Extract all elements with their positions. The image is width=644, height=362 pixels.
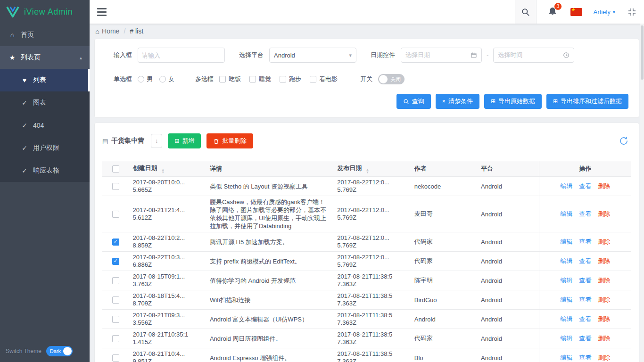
sidebar-item-responsive-table[interactable]: ✓ 响应表格 [0,159,90,182]
breadcrumb-home[interactable]: ⌂ Home [95,27,119,35]
refresh-button[interactable] [619,136,628,146]
radio-male[interactable]: 男 [138,75,153,83]
select-all-checkbox[interactable] [112,165,119,173]
delete-link[interactable]: 删除 [598,296,610,303]
view-link[interactable]: 查看 [579,354,591,361]
checkbox-run[interactable]: 跑步 [280,75,301,83]
cell-created: 2017-08-21T09:3... 3.556Z [129,310,206,329]
fullscreen-button[interactable] [627,8,636,16]
platform-select[interactable]: Android ▾ [269,48,356,63]
add-button[interactable]: ⊞ 新增 [168,133,201,148]
row-checkbox[interactable] [112,296,119,304]
view-link[interactable]: 查看 [579,296,591,303]
notifications-button[interactable]: 3 [548,7,557,17]
row-checkbox[interactable] [112,258,119,265]
edit-link[interactable]: 编辑 [560,210,572,217]
delete-link[interactable]: 删除 [598,315,610,322]
row-checkbox[interactable] [112,183,119,190]
checkbox-square [249,76,256,82]
delete-link[interactable]: 删除 [598,335,610,342]
edit-link[interactable]: 编辑 [560,182,572,189]
checkbox-eat[interactable]: 吃饭 [219,75,241,83]
switch-label: 开关 [360,75,372,83]
delete-link[interactable]: 删除 [598,238,610,245]
table-row: 2017-08-22T10:3... 6.886Z 支持 prefix 前缀模式… [102,252,631,271]
switch-knob [379,75,388,83]
row-checkbox[interactable] [112,354,119,362]
edit-link[interactable]: 编辑 [560,354,572,361]
export-raw-button[interactable]: ⊞ 导出原始数据 [484,94,542,109]
delete-link[interactable]: 删除 [598,182,610,189]
clear-conditions-button[interactable]: × 清楚条件 [436,94,479,109]
keyword-input[interactable] [138,48,225,63]
edit-link[interactable]: 编辑 [560,315,572,322]
edit-link[interactable]: 编辑 [560,257,572,264]
edit-link[interactable]: 编辑 [560,296,572,303]
sidebar-item-list-pages[interactable]: ★ 列表页 ▴ [0,46,90,69]
delete-link[interactable]: 删除 [598,210,610,217]
sidebar-item-404[interactable]: ✓ 404 [0,114,90,137]
stepper-input[interactable]: ↓ [151,134,162,148]
check-icon: ✓ [21,144,28,152]
cell-details: 腰果Cashew，做最有质感的gank客户端！除了网络，图片加载等必要的部分，基… [206,196,333,232]
row-checkbox[interactable] [112,239,119,246]
panel-title: ▤ 干货集中营 [102,137,144,145]
delete-link[interactable]: 删除 [598,277,610,284]
scrollbar-thumb[interactable] [641,25,644,80]
delete-link[interactable]: 删除 [598,257,610,264]
radio-group-label: 单选框 [114,75,132,83]
page-scrollbar[interactable] [640,24,644,362]
cell-details: Android 富文本编辑器（UI仿WPS） [206,310,333,329]
sidebar-item-charts[interactable]: ✓ 图表 [0,91,90,114]
view-link[interactable]: 查看 [579,277,591,284]
view-link[interactable]: 查看 [579,257,591,264]
cell-platform: Android [477,232,539,252]
view-link[interactable]: 查看 [579,238,591,245]
checkbox-movie[interactable]: 看电影 [310,75,338,83]
radio-circle [159,76,166,82]
theme-toggle-text: Dark [50,348,61,354]
cell-created: 2017-08-21T21:4... 5.612Z [129,196,206,232]
view-link[interactable]: 查看 [579,335,591,342]
row-checkbox[interactable] [112,335,119,342]
cell-details: 值得你学习的 Android 开发规范 [206,271,333,290]
add-icon: ⊞ [174,138,179,144]
row-checkbox[interactable] [112,277,119,284]
col-header-platform: 平台 [481,165,493,172]
cell-author: BirdGuo [411,290,477,310]
row-checkbox[interactable] [112,211,119,218]
language-flag[interactable]: ★ [570,8,582,16]
sort-published-control[interactable]: ▲ ▼ [366,168,369,174]
logo-icon [6,6,20,18]
export-icon: ⊞ [491,98,495,105]
sidebar-item-permissions[interactable]: ✓ 用户权限 [0,137,90,159]
cell-platform: Android [477,310,539,329]
cell-platform: Android [477,196,539,232]
sort-created-control[interactable]: ▲ ▼ [161,168,165,174]
view-link[interactable]: 查看 [579,182,591,189]
menu-collapse-button[interactable] [97,8,107,16]
view-link[interactable]: 查看 [579,210,591,217]
search-button[interactable] [515,0,537,24]
theme-toggle[interactable]: Dark [46,346,73,356]
date-picker[interactable]: 选择日期 [401,48,482,63]
logo-text: iView Admin [24,7,73,17]
heart-icon: ♥ [21,76,28,84]
edit-link[interactable]: 编辑 [560,277,572,284]
edit-link[interactable]: 编辑 [560,335,572,342]
sidebar-item-home[interactable]: ⌂ 首页 [0,24,90,46]
edit-link[interactable]: 编辑 [560,238,572,245]
cell-published: 2017-08-22T12:0... 5.769Z [333,177,410,196]
batch-delete-button[interactable]: 批量删除 [206,133,253,148]
status-switch[interactable]: 关闭 [378,74,405,84]
row-checkbox[interactable] [112,316,119,323]
view-link[interactable]: 查看 [579,315,591,322]
delete-link[interactable]: 删除 [598,354,610,361]
checkbox-sleep[interactable]: 睡觉 [249,75,271,83]
radio-female[interactable]: 女 [159,75,174,83]
sidebar-item-list[interactable]: ♥ 列表 [0,69,90,91]
time-picker[interactable]: 选择时间 [493,48,574,63]
export-filtered-button[interactable]: ⊞ 导出排序和过滤后数据 [546,94,628,109]
user-menu[interactable]: Artiely ▾ [594,8,615,16]
query-button[interactable]: 查询 [396,94,431,109]
